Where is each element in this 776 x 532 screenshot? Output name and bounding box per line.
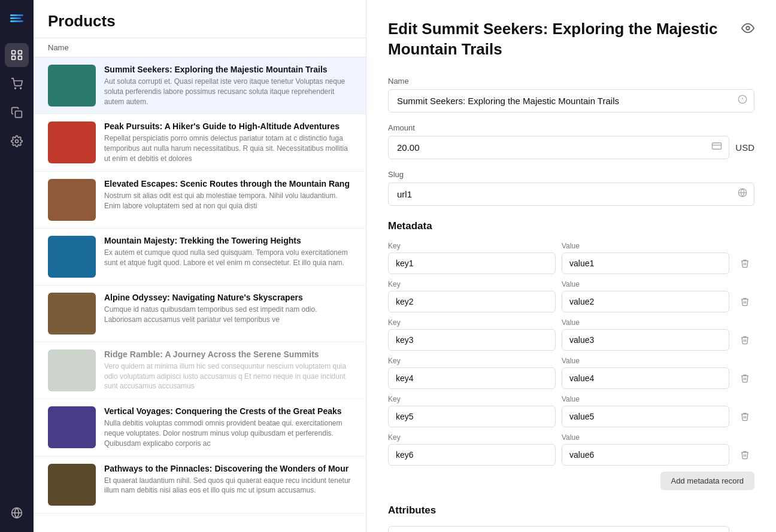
metadata-value-input[interactable] [562,444,729,466]
product-item[interactable]: Peak Pursuits: A Hiker's Guide to High-A… [34,114,366,171]
product-description: Repellat perspiciatis porro omnis delect… [104,133,351,163]
product-thumbnail [48,406,96,448]
metadata-value-label: Value [562,318,729,327]
svg-rect-0 [12,51,16,54]
svg-point-5 [20,88,22,89]
name-field-group: Name [388,77,754,113]
product-thumbnail [48,464,96,506]
svg-rect-14 [713,143,722,150]
metadata-value-label: Value [562,433,729,442]
product-item[interactable]: Ridge Ramble: A Journey Across the Seren… [34,342,366,399]
product-title: Ridge Ramble: A Journey Across the Seren… [104,349,351,359]
metadata-delete-button[interactable] [735,369,754,388]
name-input[interactable] [388,89,754,113]
product-item[interactable]: Elevated Escapes: Scenic Routes through … [34,172,366,229]
product-thumbnail [48,293,96,335]
attribute-row [388,526,754,532]
table-header-name: Name [34,38,366,57]
product-thumbnail [48,121,96,163]
metadata-key-label: Key [388,280,556,288]
metadata-value-input[interactable] [562,291,729,312]
metadata-key-label: Key [388,357,556,365]
add-metadata-button[interactable]: Add metadata record [660,472,754,490]
slug-input[interactable] [388,183,754,206]
nav-products[interactable] [5,43,29,67]
attributes-section: Attributes [388,504,754,532]
metadata-value-label: Value [562,357,729,365]
products-list: Summit Seekers: Exploring the Majestic M… [34,57,366,532]
svg-point-10 [746,26,750,30]
product-description: Cumque id natus quibusdam temporibus sed… [104,305,351,325]
svg-point-4 [15,88,16,89]
metadata-section: Metadata KeyValueKeyValueKeyValueKeyValu… [388,220,754,490]
nav-orders[interactable] [5,72,29,96]
edit-panel-title: Edit Summit Seekers: Exploring the Majes… [388,19,735,60]
nav-copy[interactable] [5,101,29,124]
slug-field-group: Slug [388,170,754,206]
name-label: Name [388,77,754,86]
product-item[interactable]: Alpine Odyssey: Navigating Nature's Skys… [34,285,366,342]
metadata-key-input[interactable] [388,367,556,389]
product-thumbnail [48,179,96,221]
name-icon [738,95,747,107]
preview-icon[interactable] [741,22,754,38]
metadata-row: KeyValue [388,242,754,274]
metadata-value-input[interactable] [562,329,729,351]
nav-settings[interactable] [5,129,29,153]
product-thumbnail [48,236,96,278]
attribute-delete-button[interactable] [735,528,754,532]
metadata-key-input[interactable] [388,253,556,274]
metadata-rows-container: KeyValueKeyValueKeyValueKeyValueKeyValue… [388,242,754,466]
metadata-key-input[interactable] [388,329,556,351]
amount-input[interactable] [388,136,729,159]
metadata-delete-button[interactable] [735,445,754,464]
svg-rect-3 [19,56,22,60]
metadata-value-input[interactable] [562,253,729,274]
product-description: Nulla debitis voluptas commodi omnis pro… [104,418,351,448]
product-title: Elevated Escapes: Scenic Routes through … [104,179,351,189]
metadata-delete-button[interactable] [735,254,754,273]
app-logo [6,7,28,29]
products-title: Products [34,0,366,38]
product-item[interactable]: Mountain Majesty: Trekking the Towering … [34,229,366,285]
product-description: Ex autem et cumque quod nulla sed quisqu… [104,248,351,268]
product-description: Et quaerat laudantium nihil. Sed quos qu… [104,476,351,496]
nav-globe[interactable] [5,501,29,525]
metadata-key-label: Key [388,433,556,442]
amount-label: Amount [388,123,754,132]
product-title: Summit Seekers: Exploring the Majestic M… [104,65,351,74]
amount-field-group: Amount USD [388,123,754,159]
svg-rect-2 [12,56,16,60]
metadata-title: Metadata [388,220,754,232]
metadata-key-label: Key [388,395,556,403]
metadata-row: KeyValue [388,318,754,351]
svg-point-7 [16,140,19,143]
metadata-value-input[interactable] [562,406,729,427]
metadata-value-label: Value [562,242,729,250]
metadata-key-label: Key [388,242,556,250]
svg-rect-1 [19,51,22,54]
metadata-value-input[interactable] [562,367,729,389]
product-description: Vero quidem at minima illum hic sed cons… [104,361,351,391]
metadata-row: KeyValue [388,357,754,389]
metadata-row: KeyValue [388,433,754,466]
product-title: Alpine Odyssey: Navigating Nature's Skys… [104,293,351,302]
metadata-delete-button[interactable] [735,330,754,349]
product-item[interactable]: Summit Seekers: Exploring the Majestic M… [34,57,366,114]
product-item[interactable]: Pathways to the Pinnacles: Discovering t… [34,457,366,513]
attribute-input[interactable] [388,526,729,532]
metadata-key-input[interactable] [388,406,556,427]
product-thumbnail [48,349,96,391]
slug-icon [738,188,747,200]
metadata-key-label: Key [388,318,556,327]
metadata-key-input[interactable] [388,444,556,466]
product-item[interactable]: Vertical Voyages: Conquering the Crests … [34,399,366,456]
product-title: Pathways to the Pinnacles: Discovering t… [104,464,351,473]
metadata-key-input[interactable] [388,291,556,312]
slug-wrap [388,183,754,206]
product-description: Aut soluta corrupti et. Quasi repellat i… [104,77,351,107]
metadata-value-label: Value [562,280,729,288]
product-thumbnail [48,65,96,107]
metadata-delete-button[interactable] [735,292,754,311]
metadata-delete-button[interactable] [735,407,754,426]
